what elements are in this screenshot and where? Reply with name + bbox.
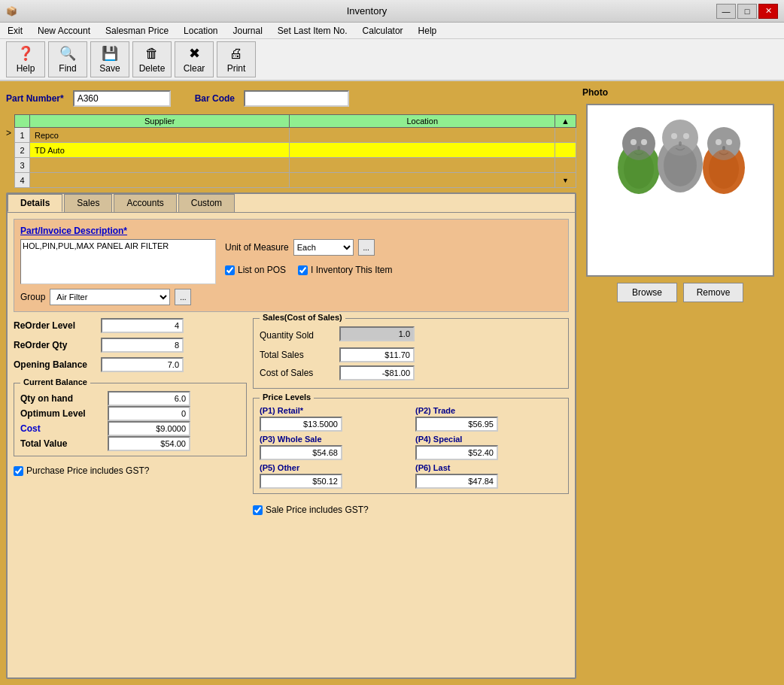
help-button[interactable]: ❓ Help	[6, 41, 45, 77]
svg-point-11	[726, 139, 732, 145]
price-label-p1: (P1) Retail*	[260, 406, 406, 415]
qty-on-hand-input[interactable]	[108, 391, 190, 406]
tab-content-details: Part/Invoice Description* HOL,PIN,PUL,MA…	[8, 213, 575, 521]
find-label: Find	[59, 63, 76, 74]
remove-button[interactable]: Remove	[683, 283, 743, 302]
total-value-label: Total Value	[20, 438, 103, 449]
tab-accounts[interactable]: Accounts	[114, 194, 176, 212]
location-3[interactable]	[290, 158, 555, 173]
list-on-pos-checkbox[interactable]	[225, 265, 235, 275]
table-row[interactable]: 3	[15, 158, 576, 173]
row-num-1: 1	[15, 128, 30, 143]
menu-new-account[interactable]: New Account	[33, 24, 95, 38]
delete-label: Delete	[139, 63, 166, 74]
tab-details[interactable]: Details	[8, 194, 62, 212]
price-label-p4: (P4) Special	[415, 435, 562, 444]
menu-calculator[interactable]: Calculator	[358, 24, 408, 38]
part-number-input[interactable]	[73, 90, 171, 107]
table-row[interactable]: 2 TD Auto	[15, 143, 576, 158]
price-input-p5[interactable]	[260, 474, 342, 489]
find-button[interactable]: 🔍 Find	[48, 41, 87, 77]
location-1[interactable]	[290, 128, 555, 143]
group-row: Group Air Filter ...	[20, 289, 562, 305]
browse-button[interactable]: Browse	[617, 283, 677, 302]
clear-button[interactable]: ✖ Clear	[175, 41, 214, 77]
save-icon: 💾	[102, 45, 118, 62]
group-ellipsis-button[interactable]: ...	[175, 289, 191, 305]
save-button[interactable]: 💾 Save	[90, 41, 129, 77]
total-value-input[interactable]	[108, 436, 190, 451]
menu-journal[interactable]: Journal	[228, 24, 266, 38]
reorder-qty-row: ReOrder Qty	[14, 338, 247, 353]
sale-gst-row: Sale Price includes GST?	[253, 505, 569, 515]
description-link[interactable]: Part/Invoice Description*	[20, 226, 127, 236]
tab-bar: Details Sales Accounts Custom	[8, 194, 575, 213]
uom-ellipsis-button[interactable]: ...	[358, 239, 375, 256]
price-input-p3[interactable]	[260, 445, 342, 460]
scroll-up-btn[interactable]: ▲	[555, 115, 576, 128]
price-section-title: Price Levels	[260, 393, 314, 402]
col-supplier: Supplier	[30, 115, 290, 128]
menu-help[interactable]: Help	[414, 24, 442, 38]
supplier-3[interactable]	[30, 158, 290, 173]
supplier-4[interactable]	[30, 173, 290, 188]
price-label-p3: (P3) Whole Sale	[260, 435, 406, 444]
cost-input[interactable]	[108, 421, 190, 436]
barcode-input[interactable]	[244, 90, 349, 107]
menu-salesman-price[interactable]: Salesman Price	[101, 24, 173, 38]
table-row[interactable]: 1 Repco	[15, 128, 576, 143]
maximize-button[interactable]: □	[737, 4, 757, 19]
optimum-level-label: Optimum Level	[20, 408, 103, 419]
minimize-button[interactable]: —	[716, 4, 736, 19]
tab-sales[interactable]: Sales	[64, 194, 112, 212]
close-button[interactable]: ✕	[758, 4, 778, 19]
optimum-level-input[interactable]	[108, 406, 190, 421]
col-num	[15, 115, 30, 128]
toolbar: ❓ Help 🔍 Find 💾 Save 🗑 Delete ✖ Clear 🖨 …	[0, 39, 784, 81]
supplier-1[interactable]: Repco	[30, 128, 290, 143]
photo-section: Photo	[582, 87, 778, 679]
tab-custom[interactable]: Custom	[178, 194, 235, 212]
svg-point-6	[631, 139, 637, 145]
current-balance-box: Current Balance Qty on hand Optimum Leve…	[14, 383, 247, 456]
scroll-empty-1	[555, 128, 576, 143]
menu-set-last-item[interactable]: Set Last Item No.	[273, 24, 352, 38]
opening-balance-row: Opening Balance	[14, 357, 247, 372]
inventory-item-checkbox[interactable]	[298, 265, 308, 275]
location-4[interactable]	[290, 173, 555, 188]
qty-on-hand-label: Qty on hand	[20, 393, 103, 404]
price-input-p1[interactable]	[260, 417, 342, 432]
opening-balance-input[interactable]	[101, 357, 184, 372]
group-select[interactable]: Air Filter	[50, 289, 170, 305]
menu-bar: Exit New Account Salesman Price Location…	[0, 23, 784, 39]
help-icon: ❓	[17, 45, 34, 62]
menu-exit[interactable]: Exit	[3, 24, 27, 38]
reorder-qty-input[interactable]	[101, 338, 184, 353]
save-label: Save	[99, 63, 120, 74]
quantity-sold-row: Quantity Sold	[260, 326, 562, 344]
print-button[interactable]: 🖨 Print	[217, 41, 256, 77]
menu-location[interactable]: Location	[179, 24, 222, 38]
svg-point-7	[641, 139, 647, 145]
part-number-label: Part Number*	[6, 93, 64, 104]
table-row[interactable]: 4 ▼	[15, 173, 576, 188]
price-input-p6[interactable]	[415, 474, 498, 489]
supplier-table-wrapper: > Supplier Location ▲ 1 Repco	[6, 114, 576, 188]
cost-of-sales-label: Cost of Sales	[260, 368, 335, 378]
price-input-p4[interactable]	[415, 445, 498, 460]
description-textarea[interactable]: HOL,PIN,PUL,MAX PANEL AIR FILTER	[20, 239, 216, 284]
price-input-p2[interactable]	[415, 417, 498, 432]
scroll-down-btn[interactable]: ▼	[555, 173, 576, 188]
uom-select[interactable]: Each	[293, 239, 354, 256]
delete-button[interactable]: 🗑 Delete	[132, 41, 172, 77]
cost-of-sales-input	[339, 365, 415, 380]
purchase-gst-checkbox[interactable]	[14, 466, 23, 476]
clear-label: Clear	[184, 63, 205, 74]
reorder-level-input[interactable]	[101, 318, 184, 333]
supplier-2[interactable]: TD Auto	[30, 143, 290, 158]
location-2[interactable]	[290, 143, 555, 158]
checkbox-row: List on POS I Inventory This Item	[225, 265, 393, 275]
sale-gst-checkbox[interactable]	[253, 505, 263, 515]
price-item-p3: (P3) Whole Sale	[260, 435, 406, 460]
photo-label: Photo	[582, 87, 608, 98]
